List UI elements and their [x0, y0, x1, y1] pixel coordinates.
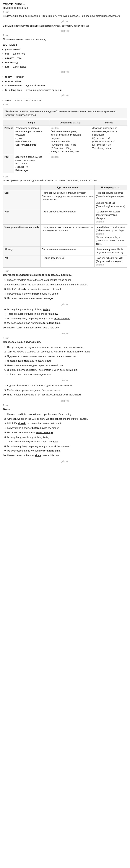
answer-8: I'm extremely busy preparing for my exam…: [7, 444, 127, 448]
tense-post-perfect: [91, 154, 127, 173]
step1-text: Внимательно прочитаем задание, чтобы пон…: [0, 14, 130, 19]
usage-example-still: He is still playing the game (Он всё ещё…: [94, 190, 127, 209]
tense-header-simple: Simple: [14, 120, 49, 125]
usage-header-example: Примеры gdz.top: [94, 185, 127, 190]
tense-header-tense: [3, 120, 14, 125]
usage-example-already: I have already seen this film (Я уже вид…: [94, 247, 127, 255]
translation-7: Сейчас в магазинах много покупателей.: [7, 373, 127, 376]
translation-8: В данный момент я очень занят подготовко…: [7, 384, 127, 388]
watermark-5: gdz.top: [61, 303, 69, 306]
usage-position-just: После вспомогательного глагола: [41, 209, 94, 224]
translation-3: Я думаю, что уже слишком поздно становит…: [7, 354, 127, 358]
usage-row-already: Already После вспомогательного глагола I…: [3, 247, 127, 255]
step1-label: 1 шаг: [0, 10, 130, 14]
wordlist-item-ago: ago — 1ому назад: [5, 65, 127, 69]
usage-position-usually: Перед смысловым глаголом, но после глаго…: [41, 224, 94, 247]
watermark-2: gdz.top: [61, 29, 69, 32]
usage-position-yet: В конце предложения: [41, 255, 94, 267]
usage-position-already: После вспомогательного глагола: [41, 247, 94, 255]
step4-label: 4 шаг: [0, 175, 130, 178]
usage-word-still: Still: [3, 190, 41, 209]
watermark-8: gdz.top: [61, 399, 69, 402]
tense-present-simple: Регулярное действие в настоящем, расписа…: [14, 125, 49, 154]
tense-post-label: Post: [3, 154, 14, 173]
answer-5: He moved to a new house some time ago.: [7, 431, 127, 434]
usage-word-already: Already: [3, 247, 41, 255]
step4-sentences: I haven't read this book to the end yet …: [0, 277, 130, 302]
tense-table: Simple Continuous gdz.top Perfect Presen…: [3, 120, 127, 173]
step4-sentences-2: I'm very happy as it's my birthday today…: [0, 307, 130, 331]
sentence-10: I haven't swim in the pool since I was a…: [7, 326, 127, 330]
answer-10: I haven't swim in the pool since I was a…: [7, 454, 127, 457]
sentence-5: He moved to a new house some time ago.: [7, 297, 127, 300]
tense-post-simple: Действие в прошлом, без связи с настоящи…: [14, 154, 49, 173]
step1-task: В команде используйте выражения времени,…: [0, 24, 130, 29]
answer-3: I think it's already too late to become …: [7, 422, 127, 425]
wordlist-item-today: today — сегодня: [5, 75, 127, 79]
tense-post-continuous: gdz.top: [49, 154, 91, 173]
step3-note: Посмотрим на формы предложений, которые …: [0, 178, 130, 183]
watermark-4: gdz.top: [61, 94, 69, 96]
usage-row-yet: Yet В конце предложения Have you talked …: [3, 255, 127, 267]
answer-6: I'm very happy as it's my birthday today…: [7, 435, 127, 439]
answer-1: I haven't read this book to the end yet …: [7, 412, 127, 416]
usage-example-usually: I usually have soup for lunch (Обычно я …: [94, 224, 127, 247]
wordlist-2: today — сегодня now — сейчас at the mome…: [0, 74, 130, 93]
usage-word-yet: Yet: [3, 255, 41, 267]
step2-label: 2 шаг: [0, 33, 130, 37]
translation-1: Я ещё не дочитал эту книгу до конца, пот…: [7, 345, 127, 349]
step1-instruction: Прочитаем новые слова и их перевод.: [0, 37, 130, 42]
usage-header-word: [3, 185, 41, 190]
usage-header-position: Где располагается: [41, 185, 94, 190]
step3-label: 3 шаг: [0, 102, 130, 106]
wordlist-item-before: before — до: [5, 60, 127, 65]
step5-translations: Я ещё не дочитал эту книгу до конца, пот…: [0, 345, 130, 378]
sentence-8: I'm extremely busy preparing for my exam…: [7, 317, 127, 320]
watermark-1: gdz.top: [61, 20, 69, 23]
step5-translations-2: В данный момент я очень занят подготовко…: [0, 383, 130, 398]
wordlist-item-now: now — сейчас: [5, 79, 127, 84]
translation-9: Моё слабое зрение уже давно беспокоит ме…: [7, 389, 127, 392]
usage-row-usually: Usually, sometimes, often, rarely Перед …: [3, 224, 127, 247]
usage-position-still: После вспомогательного глагола в Present…: [41, 190, 94, 209]
sentence-3: I think it's already too late to become …: [7, 287, 127, 291]
usage-example-yet: Have you talked to her yet? (Ты уже с не…: [94, 255, 127, 267]
sentence-2: Although we are in the 21st century, we …: [7, 283, 127, 286]
usage-word-usually: Usually, sometimes, often, rarely: [3, 224, 41, 247]
watermark-3: gdz.top: [61, 70, 69, 73]
page-title: Упражнение 6: [0, 0, 130, 6]
answer-4: I always take a shower before having my …: [7, 426, 127, 430]
watermark-9: gdz.top: [61, 460, 69, 463]
answer-9: My poor eyesight has worried me for a lo…: [7, 449, 127, 453]
tense-present-perfect: Действие в прошлом со видимым результато…: [91, 125, 127, 154]
sentence-6: I'm very happy as it's my birthday today…: [7, 308, 127, 311]
answer-7: There are a lot of buyers in the shops r…: [7, 440, 127, 443]
step5-label: 5 шаг: [0, 269, 130, 273]
step6-answers: I haven't read this book to the end yet …: [0, 412, 130, 459]
usage-word-just: Just: [3, 209, 41, 224]
watermark-6: gdz.top: [61, 332, 69, 335]
step5-title: Переведём наши предложения.: [0, 340, 130, 345]
wordlist-title: WORDLIST: [0, 42, 130, 47]
usage-table: Где располагается Примеры gdz.top Still …: [3, 185, 127, 268]
sentence-4: I always take a shower before having my …: [7, 292, 127, 296]
step6-title: Ответ:: [0, 407, 130, 412]
wordlist-item-for-a-long-time: for a long time — в течение длительного …: [5, 88, 127, 92]
translation-5: Некоторое время назад он переехал в новы…: [7, 364, 127, 367]
wordlist-3: since — с какого-либо момента: [0, 98, 130, 102]
sentence-7: There are a lot of buyers in the shops r…: [7, 312, 127, 316]
step7-label: 7 шаг: [0, 403, 130, 407]
watermark-7: gdz.top: [61, 379, 69, 382]
tense-row-post: Post Действие в прошлом, без связи с нас…: [3, 154, 127, 173]
wordlist-item-at-the-moment: at the moment — в данный момент: [5, 84, 127, 88]
wordlist-item-yet: yet — уже не: [5, 47, 127, 52]
translation-4: Я всегда принимаю душ перед ужином.: [7, 359, 127, 363]
step4-title: Составим предложения с каждым индикаторо…: [0, 273, 130, 278]
wordlist-item-already: already — уже: [5, 56, 127, 60]
usage-row-just: Just После вспомогательного глагола I've…: [3, 209, 127, 224]
tense-present-continuous: gdz.top Действие в момент речи, запланир…: [49, 125, 91, 154]
answer-2: Although we are in the 21st century, we …: [7, 417, 127, 421]
wordlist: yet — уже не still — до сих пор already …: [0, 47, 130, 69]
tense-row-present: Present Регулярное действие в настоящем,…: [3, 125, 127, 154]
wordlist-item-still: still — до сих пор: [5, 52, 127, 56]
